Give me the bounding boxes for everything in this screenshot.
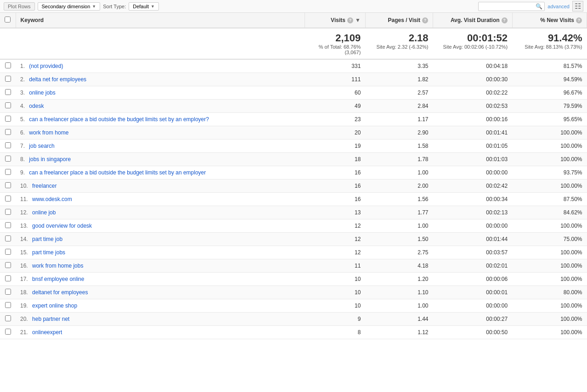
- row-checkbox[interactable]: [5, 156, 11, 162]
- row-checkbox[interactable]: [5, 315, 11, 321]
- sort-default-label: Default: [133, 4, 149, 9]
- row-visits: 10: [305, 273, 365, 286]
- duration-info-icon[interactable]: ?: [502, 17, 508, 23]
- row-visits: 49: [305, 100, 365, 113]
- row-keyword-cell: 10. freelancer: [16, 179, 305, 193]
- keyword-link[interactable]: can a freelancer place a bid outside the…: [29, 169, 206, 176]
- keyword-link[interactable]: work from home: [29, 129, 68, 136]
- keyword-link[interactable]: freelancer: [32, 183, 56, 189]
- row-checkbox[interactable]: [5, 329, 11, 335]
- row-pages: 1.50: [365, 233, 433, 246]
- row-keyword-cell: 15. part time jobs: [16, 246, 305, 259]
- keyword-link[interactable]: part time jobs: [32, 249, 65, 256]
- row-checkbox[interactable]: [5, 102, 11, 108]
- keyword-link[interactable]: deltanet for employees: [32, 289, 88, 296]
- row-pages: 1.58: [365, 140, 433, 153]
- visits-info-icon[interactable]: ?: [347, 17, 353, 23]
- row-duration: 00:03:57: [433, 246, 513, 259]
- table-row: 14. part time job 12 1.50 00:01:44 75.00…: [0, 233, 587, 246]
- row-visits: 13: [305, 206, 365, 219]
- new-visits-info-icon[interactable]: ?: [576, 17, 582, 23]
- keyword-link[interactable]: bnsf employee online: [32, 276, 84, 282]
- keyword-link[interactable]: online job: [32, 209, 56, 216]
- row-checkbox-cell: [0, 259, 16, 273]
- row-number: 8.: [20, 156, 28, 162]
- row-checkbox[interactable]: [5, 169, 11, 175]
- secondary-dimension-arrow-icon: ▼: [92, 4, 96, 9]
- table-row: 21. onlineexpert 8 1.12 00:00:50 100.00%: [0, 326, 587, 339]
- table-body: 2,109 % of Total: 68.76% (3,067) 2.18 Si…: [0, 28, 587, 339]
- summary-visits-cell: 2,109 % of Total: 68.76% (3,067): [305, 28, 365, 59]
- keyword-link[interactable]: onlineexpert: [32, 329, 62, 336]
- sort-type-dropdown[interactable]: Default ▼: [129, 2, 159, 11]
- keyword-link[interactable]: odesk: [29, 103, 44, 109]
- row-checkbox[interactable]: [5, 222, 11, 228]
- row-new-visits: 100.00%: [512, 219, 587, 233]
- row-new-visits: 96.67%: [512, 86, 587, 100]
- keyword-link[interactable]: heb partner net: [32, 316, 69, 322]
- row-visits: 12: [305, 219, 365, 233]
- select-all-checkbox[interactable]: [5, 17, 11, 22]
- row-checkbox[interactable]: [5, 302, 11, 308]
- row-pages: 2.84: [365, 100, 433, 113]
- pages-info-icon[interactable]: ?: [422, 17, 428, 23]
- keyword-link[interactable]: jobs in singapore: [29, 156, 71, 162]
- summary-checkbox-cell: [0, 28, 16, 59]
- keyword-link[interactable]: part time job: [32, 236, 62, 242]
- row-checkbox[interactable]: [5, 89, 11, 95]
- keyword-link[interactable]: online jobs: [29, 90, 55, 96]
- table-row: 15. part time jobs 12 2.75 00:03:57 100.…: [0, 246, 587, 259]
- row-number: 10.: [20, 183, 31, 189]
- row-checkbox[interactable]: [5, 76, 11, 82]
- row-duration: 00:00:00: [433, 219, 513, 233]
- row-checkbox-cell: [0, 86, 16, 100]
- keyword-link[interactable]: work from home jobs: [32, 263, 83, 269]
- row-duration: 00:00:34: [433, 193, 513, 206]
- row-visits: 23: [305, 113, 365, 126]
- row-new-visits: 100.00%: [512, 273, 587, 286]
- row-checkbox-cell: [0, 273, 16, 286]
- row-checkbox[interactable]: [5, 209, 11, 215]
- row-checkbox[interactable]: [5, 182, 11, 188]
- col-header-keyword: Keyword: [16, 13, 305, 28]
- keyword-link[interactable]: job search: [29, 143, 54, 149]
- visits-sort-icon[interactable]: ▼: [355, 17, 361, 23]
- row-duration: 00:02:13: [433, 206, 513, 219]
- row-visits: 19: [305, 140, 365, 153]
- row-checkbox[interactable]: [5, 62, 11, 68]
- row-checkbox-cell: [0, 326, 16, 339]
- row-pages: 1.20: [365, 273, 433, 286]
- keyword-link[interactable]: can a freelancer place a bid outside the…: [29, 116, 209, 123]
- row-keyword-cell: 6. work from home: [16, 126, 305, 140]
- table-row: 8. jobs in singapore 18 1.78 00:01:03 10…: [0, 153, 587, 166]
- search-input[interactable]: [480, 4, 536, 9]
- row-checkbox[interactable]: [5, 249, 11, 255]
- row-checkbox[interactable]: [5, 142, 11, 148]
- secondary-dimension-dropdown[interactable]: Secondary dimension ▼: [38, 2, 101, 11]
- table-row: 18. deltanet for employees 10 1.10 00:00…: [0, 286, 587, 299]
- row-checkbox[interactable]: [5, 262, 11, 268]
- row-checkbox[interactable]: [5, 129, 11, 135]
- plot-rows-button[interactable]: Plot Rows: [4, 2, 35, 11]
- table-row: 5. can a freelancer place a bid outside …: [0, 113, 587, 126]
- keyword-link[interactable]: good overview for odesk: [32, 223, 92, 229]
- row-checkbox[interactable]: [5, 116, 11, 122]
- keyword-link[interactable]: (not provided): [29, 63, 63, 69]
- search-icon[interactable]: 🔍: [536, 3, 542, 10]
- row-number: 3.: [20, 90, 28, 96]
- summary-visits-sub: % of Total: 68.76% (3,067): [309, 44, 361, 55]
- table-row: 13. good overview for odesk 12 1.00 00:0…: [0, 219, 587, 233]
- keyword-link[interactable]: expert online shop: [32, 302, 77, 309]
- advanced-link[interactable]: advanced: [547, 4, 570, 9]
- row-checkbox[interactable]: [5, 275, 11, 281]
- row-visits: 10: [305, 299, 365, 313]
- grid-view-icon[interactable]: ☷: [572, 1, 583, 11]
- row-checkbox[interactable]: [5, 235, 11, 241]
- keyword-link[interactable]: delta net for employees: [29, 76, 86, 83]
- row-checkbox[interactable]: [5, 196, 11, 202]
- row-visits: 12: [305, 246, 365, 259]
- keyword-link[interactable]: www.odesk.com: [32, 196, 72, 202]
- row-checkbox[interactable]: [5, 289, 11, 295]
- table-row: 3. online jobs 60 2.57 00:02:22 96.67%: [0, 86, 587, 100]
- row-keyword-cell: 17. bnsf employee online: [16, 273, 305, 286]
